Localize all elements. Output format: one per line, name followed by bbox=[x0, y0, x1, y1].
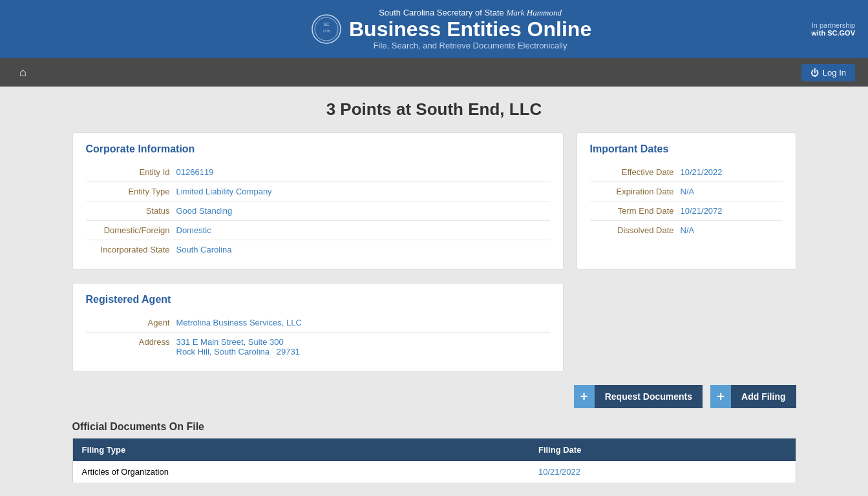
entity-type-label: Entity Type bbox=[86, 187, 176, 196]
registered-agent-card: Registered Agent Agent Metrolina Busines… bbox=[72, 283, 564, 372]
documents-section-title: Official Documents On File bbox=[72, 421, 796, 433]
incorporated-state-value: South Carolina bbox=[176, 245, 232, 254]
incorporated-state-label: Incorporated State bbox=[86, 245, 176, 254]
effective-date-row: Effective Date 10/21/2022 bbox=[590, 163, 783, 182]
dissolved-date-label: Dissolved Date bbox=[590, 225, 681, 235]
term-end-date-label: Term End Date bbox=[590, 206, 681, 216]
header-center: SC 1776 South Carolina Secretary of Stat… bbox=[90, 8, 811, 50]
status-label: Status bbox=[86, 206, 176, 216]
documents-section: Official Documents On File Filing Type F… bbox=[72, 421, 796, 483]
home-button[interactable]: ⌂ bbox=[13, 61, 33, 85]
filing-type-column-header: Filing Type bbox=[72, 439, 529, 462]
filing-date-cell: 10/21/2022 bbox=[529, 461, 796, 483]
entity-type-value: Limited Liability Company bbox=[176, 187, 272, 196]
expiration-date-label: Expiration Date bbox=[590, 187, 681, 196]
dissolved-date-row: Dissolved Date N/A bbox=[590, 221, 783, 240]
add-filing-label: Add Filing bbox=[731, 385, 796, 408]
address-value: 331 E Main Street, Suite 300Rock Hill, S… bbox=[176, 337, 301, 356]
agent-value: Metrolina Business Services, LLC bbox=[176, 318, 302, 327]
term-end-date-value: 10/21/2072 bbox=[681, 206, 723, 216]
term-end-date-row: Term End Date 10/21/2072 bbox=[590, 202, 783, 221]
agent-label: Agent bbox=[86, 318, 176, 327]
table-header-row: Filing Type Filing Date bbox=[72, 439, 796, 462]
site-header: SC 1776 South Carolina Secretary of Stat… bbox=[0, 0, 868, 58]
domestic-foreign-value: Domestic bbox=[176, 225, 211, 235]
incorporated-state-row: Incorporated State South Carolina bbox=[86, 240, 550, 259]
table-row: Articles of Organization 10/21/2022 bbox=[72, 461, 796, 483]
status-value: Good Standing bbox=[176, 206, 233, 216]
power-icon: ⏻ bbox=[810, 68, 819, 78]
navbar: ⌂ ⏻ Log In bbox=[0, 58, 868, 87]
request-documents-label: Request Documents bbox=[595, 385, 703, 408]
address-row: Address 331 E Main Street, Suite 300Rock… bbox=[86, 333, 550, 361]
page-title: 3 Points at South End, LLC bbox=[72, 99, 796, 119]
domestic-foreign-row: Domestic/Foreign Domestic bbox=[86, 221, 550, 240]
filing-date-column-header: Filing Date bbox=[529, 439, 796, 462]
corporate-information-title: Corporate Information bbox=[86, 143, 550, 155]
add-filing-button[interactable]: + Add Filing bbox=[710, 385, 796, 408]
info-card-row: Corporate Information Entity Id 01266119… bbox=[72, 132, 796, 270]
important-dates-card: Important Dates Effective Date 10/21/202… bbox=[577, 132, 796, 270]
main-content: 3 Points at South End, LLC Corporate Inf… bbox=[47, 87, 822, 496]
status-row: Status Good Standing bbox=[86, 202, 550, 221]
effective-date-value: 10/21/2022 bbox=[681, 167, 723, 177]
expiration-date-value: N/A bbox=[681, 187, 695, 196]
agency-label: South Carolina Secretary of State Mark H… bbox=[349, 8, 591, 18]
agent-row: Agent Metrolina Business Services, LLC bbox=[86, 313, 550, 333]
entity-id-value: 01266119 bbox=[176, 167, 214, 177]
filing-type-cell: Articles of Organization bbox=[72, 461, 529, 483]
state-seal-icon: SC 1776 bbox=[310, 13, 343, 45]
site-title: Business Entities Online bbox=[349, 18, 591, 41]
partnership-text: In partnership with SC.GOV bbox=[811, 21, 855, 37]
important-dates-title: Important Dates bbox=[590, 143, 783, 155]
address-label: Address bbox=[86, 337, 176, 347]
svg-text:SC: SC bbox=[323, 22, 330, 26]
domestic-foreign-label: Domestic/Foreign bbox=[86, 225, 176, 235]
request-documents-button[interactable]: + Request Documents bbox=[574, 385, 703, 408]
corporate-information-card: Corporate Information Entity Id 01266119… bbox=[72, 132, 564, 270]
login-label: Log In bbox=[823, 68, 846, 78]
expiration-date-row: Expiration Date N/A bbox=[590, 182, 783, 202]
effective-date-label: Effective Date bbox=[590, 167, 681, 177]
request-documents-plus-icon: + bbox=[574, 385, 595, 408]
dissolved-date-value: N/A bbox=[681, 225, 695, 235]
action-buttons-row: + Request Documents + Add Filing bbox=[72, 385, 796, 408]
documents-table: Filing Type Filing Date Articles of Orga… bbox=[72, 438, 796, 483]
entity-type-row: Entity Type Limited Liability Company bbox=[86, 182, 550, 202]
svg-text:1776: 1776 bbox=[323, 29, 330, 33]
registered-agent-row: Registered Agent Agent Metrolina Busines… bbox=[72, 283, 796, 372]
add-filing-plus-icon: + bbox=[710, 385, 731, 408]
registered-agent-title: Registered Agent bbox=[86, 294, 550, 305]
entity-id-label: Entity Id bbox=[86, 167, 176, 177]
header-text: South Carolina Secretary of State Mark H… bbox=[349, 8, 591, 50]
site-subtitle: File, Search, and Retrieve Documents Ele… bbox=[349, 41, 591, 50]
login-button[interactable]: ⏻ Log In bbox=[801, 64, 855, 81]
entity-id-row: Entity Id 01266119 bbox=[86, 163, 550, 182]
